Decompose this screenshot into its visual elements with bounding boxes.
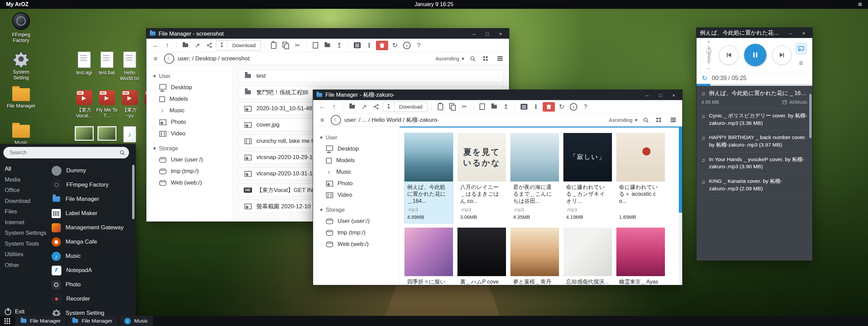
sidebar-item-tmp-drive[interactable]: tmp (tmp:/) — [313, 227, 399, 238]
upload-button[interactable]: ↥ — [334, 41, 344, 50]
sidebar-item-web-drive[interactable]: Web (web:/) — [146, 177, 233, 189]
sidebar-item-models[interactable]: Models — [313, 155, 399, 166]
sidebar-item-music[interactable]: ♪Music — [313, 166, 399, 178]
category-download[interactable]: Download — [0, 196, 51, 207]
desktop-icon-video-2[interactable]: HD▶ Fly Me To T... — [95, 90, 118, 119]
sidebar-item-desktop[interactable]: Desktop — [146, 82, 233, 93]
search-box[interactable] — [3, 147, 129, 158]
playlist-item[interactable]: ♫In Your Hands _ yusukeP cover. by 柘榴-za… — [697, 152, 812, 174]
repeat-icon[interactable]: ↻ — [702, 74, 707, 82]
desktop-icon-system-setting[interactable]: System Setting — [5, 51, 37, 81]
app-item-photo[interactable]: Photo — [52, 277, 130, 292]
app-item-label-maker[interactable]: Label Maker — [52, 206, 130, 220]
sidebar-section-storage[interactable]: ▾Storage — [313, 204, 399, 215]
back-button[interactable]: ← — [317, 102, 327, 112]
refresh-button[interactable]: ↻ — [557, 102, 567, 112]
file-tile[interactable]: 裏＿ハムP cover... — [457, 228, 506, 285]
category-media[interactable]: Media — [0, 174, 51, 185]
airmusic-toggle[interactable]: AirMusic — [782, 99, 808, 105]
cast-button[interactable] — [796, 43, 807, 54]
playlist-scrollbar[interactable] — [809, 94, 812, 138]
window-title-bar[interactable]: File Manager - 柘榴-zakuro- – □ × — [313, 90, 682, 100]
grid-view-button[interactable] — [654, 115, 665, 125]
sidebar-item-music[interactable]: ♪Music — [146, 105, 233, 116]
desktop-icon-hello-world-txt[interactable]: Hello World.txt — [118, 52, 141, 82]
sidebar-item-video[interactable]: Video — [313, 189, 399, 201]
app-item-recorder[interactable]: Recorder — [52, 292, 130, 306]
close-button[interactable]: × — [495, 31, 506, 37]
upload-button[interactable]: ↥ — [501, 102, 511, 112]
app-item-ffmpeg-factory[interactable]: FFmpeg Factory — [52, 178, 130, 192]
refresh-button[interactable]: ↻ — [390, 41, 400, 50]
cut-button[interactable]: ✂ — [459, 102, 469, 112]
app-item-manga-cafe[interactable]: Manga Cafe — [52, 235, 130, 249]
sort-dropdown[interactable]: Ascending▾ — [609, 117, 637, 123]
info-button[interactable]: i — [568, 102, 579, 112]
next-button[interactable] — [772, 45, 792, 65]
volume-slider[interactable]: + Volume − — [701, 39, 716, 71]
volume-plus[interactable]: + — [707, 39, 710, 44]
file-tile[interactable]: 四季折々に擬いて... — [404, 228, 453, 285]
category-office[interactable]: Office — [0, 185, 51, 196]
sidebar-item-models[interactable]: Models — [146, 93, 233, 105]
player-menu-button[interactable]: ≡ — [799, 59, 803, 67]
sidebar-section-user[interactable]: ▾User — [146, 71, 233, 82]
search-input[interactable] — [9, 149, 120, 156]
delete-button[interactable] — [376, 41, 388, 50]
desktop-icon-file-manager[interactable]: File Manager — [5, 88, 37, 109]
category-system-tools[interactable]: System Tools — [0, 238, 51, 249]
category-internet[interactable]: Internet — [0, 217, 51, 228]
open-new-window-button[interactable]: ↗ — [192, 41, 202, 50]
scrollbar[interactable] — [679, 128, 682, 285]
up-button[interactable]: ↑ — [162, 41, 173, 50]
rename-button[interactable]: I — [531, 102, 541, 112]
desktop-icon-test-agi[interactable]: test.agi — [73, 52, 95, 76]
desktop-icon-video-3[interactable]: HD▶ 【東方~yu kimin... — [118, 90, 141, 119]
search-button[interactable] — [468, 54, 478, 63]
taskbar-item-file-manager-2[interactable]: File Manager — [67, 316, 117, 326]
desktop-icon-test-bat[interactable]: test.bat — [95, 52, 118, 76]
file-tile[interactable]: 夢と葉桜＿青丹月... — [510, 228, 559, 285]
cut-button[interactable]: ✂ — [292, 41, 303, 50]
sidebar-item-web-drive[interactable]: Web (web:/) — [313, 238, 399, 250]
copy-button[interactable] — [447, 102, 457, 112]
paste-button[interactable] — [269, 41, 279, 50]
sort-dropdown[interactable]: Ascending▾ — [435, 56, 464, 62]
open-button[interactable] — [180, 41, 191, 50]
new-folder-button[interactable] — [489, 102, 499, 112]
file-tile-selected[interactable]: 例えば、今此処に置かれた花に＿164....mp34.99MB — [404, 133, 453, 223]
sidebar-item-video[interactable]: Video — [146, 128, 233, 139]
file-tile[interactable]: 忘却感傷代償演... — [563, 228, 612, 285]
sidebar-item-photo[interactable]: Photo — [313, 178, 399, 189]
grid-view-button[interactable] — [481, 54, 491, 63]
file-tile[interactable]: 夏を見て いるかな 八月のレイニー＿はるまきごはん co....mp33.06M… — [457, 133, 506, 223]
category-system-settings[interactable]: System Settings — [0, 228, 51, 238]
now-playing-row[interactable]: ♫ 例えば、今此処に置かれた花に _ 164 cover. by 柘... — [697, 86, 812, 99]
minimize-button[interactable]: – — [785, 30, 796, 36]
desktop-icon-audio-1[interactable]: ♪ — [118, 126, 141, 145]
dark-mode-toggle[interactable]: ☾ — [164, 54, 174, 64]
app-item-management-gateway[interactable]: Management Gateway — [52, 220, 130, 235]
archive-button[interactable] — [519, 102, 529, 112]
breadcrumb[interactable]: user: / ... / Hello World / 柘榴-zakuro- — [344, 116, 605, 124]
desktop-icon-music[interactable]: Music — [5, 125, 37, 146]
open-button[interactable] — [347, 102, 357, 112]
app-item-file-manager[interactable]: File Manager — [52, 192, 130, 206]
rename-button[interactable]: I — [364, 41, 374, 50]
close-button[interactable]: × — [669, 92, 679, 98]
new-file-button[interactable] — [310, 41, 321, 50]
window-title-bar[interactable]: File Manager - screenshot – □ × — [146, 28, 509, 39]
file-tile[interactable]: 命に嫌われている＋ acoustic co...1.69MB — [616, 133, 665, 223]
app-item-notepada[interactable]: NotepadA — [52, 263, 130, 277]
file-tile[interactable]: 幽霊東京＿Ayase... — [616, 228, 665, 285]
help-button[interactable]: ? — [414, 41, 424, 50]
playlist-item[interactable]: ♫KING _ Kanaria cover. by 柘榴-zakuro-.mp3… — [697, 174, 812, 196]
share-button[interactable] — [204, 41, 214, 50]
sidebar-item-tmp-drive[interactable]: tmp (tmp:/) — [146, 166, 233, 177]
category-files[interactable]: Files — [0, 206, 51, 217]
app-item-music[interactable]: ♪Music — [52, 249, 130, 263]
taskbar-item-music[interactable]: ♪ Music — [119, 316, 153, 326]
app-item-dummy[interactable]: Dummy — [52, 164, 130, 178]
new-file-button[interactable] — [477, 102, 487, 112]
up-button[interactable]: ↑ — [329, 102, 339, 112]
